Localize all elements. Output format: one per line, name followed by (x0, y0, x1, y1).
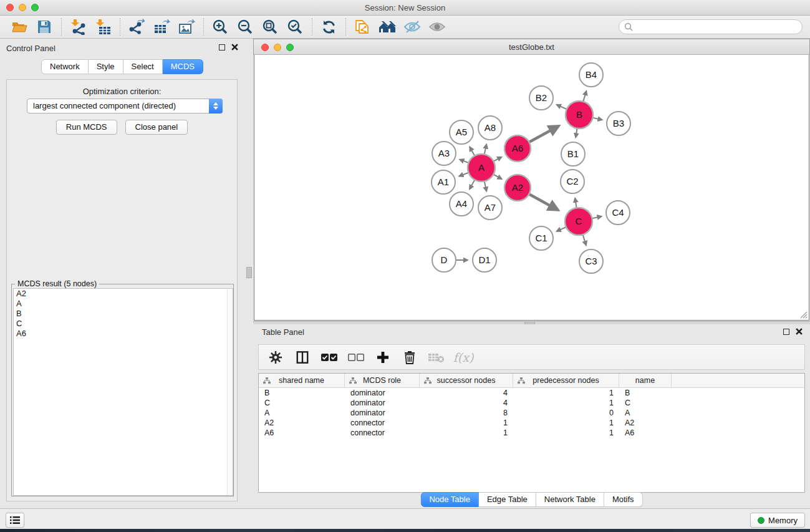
search-input[interactable] (619, 19, 803, 34)
result-item[interactable]: C (14, 319, 233, 329)
tab-style[interactable]: Style (89, 59, 123, 74)
node-A3[interactable]: A3 (432, 142, 456, 165)
hide-selected-icon[interactable] (402, 17, 423, 36)
node-B3[interactable]: B3 (607, 112, 630, 135)
import-table-icon[interactable] (92, 17, 113, 36)
node-A4[interactable]: A4 (450, 192, 473, 216)
task-history-button[interactable] (6, 513, 24, 528)
svg-text:A5: A5 (456, 127, 467, 137)
node-A1[interactable]: A1 (432, 170, 455, 194)
delete-column-icon[interactable] (402, 349, 418, 365)
show-columns-icon[interactable] (294, 349, 311, 365)
node-D1[interactable]: D1 (473, 248, 496, 272)
node-A7[interactable]: A7 (478, 196, 502, 220)
network-from-selection-icon[interactable] (352, 17, 373, 36)
node-C1[interactable]: C1 (529, 226, 553, 250)
create-column-icon[interactable] (375, 349, 391, 365)
close-panel-button[interactable]: Close panel (125, 120, 188, 135)
node-table: shared nameMCDS rolesuccessor nodesprede… (258, 373, 805, 493)
network-canvas[interactable]: B4B2BB3A5A8A6B1A3AC2A1A2A4A7C4CC1C3DD1 (254, 55, 809, 321)
node-A8[interactable]: A8 (478, 116, 502, 140)
table-row[interactable]: Adominator80A (259, 408, 804, 418)
resize-grip-icon[interactable] (799, 311, 808, 319)
node-C2[interactable]: C2 (561, 170, 584, 193)
tab-mcds[interactable]: MCDS (163, 59, 203, 74)
tab-network-table[interactable]: Network Table (536, 492, 604, 507)
export-table-icon[interactable] (151, 17, 172, 36)
table-cell: C (619, 398, 672, 408)
result-item[interactable]: A (14, 299, 233, 309)
node-C3[interactable]: C3 (579, 249, 603, 273)
toolbar-separator (120, 18, 120, 36)
vertical-splitter-handle[interactable] (246, 267, 252, 278)
svg-text:A: A (478, 162, 485, 173)
show-all-icon[interactable] (427, 17, 448, 36)
tab-network[interactable]: Network (41, 59, 89, 74)
zoom-out-icon[interactable] (234, 17, 256, 36)
svg-text:A2: A2 (512, 182, 523, 193)
result-item[interactable]: B (14, 309, 233, 319)
table-row[interactable]: Cdominator41C (259, 398, 804, 408)
node-A5[interactable]: A5 (450, 120, 473, 144)
tab-select[interactable]: Select (123, 59, 163, 74)
column-header-name[interactable]: name (619, 374, 672, 387)
tab-motifs[interactable]: Motifs (604, 492, 643, 507)
node-C[interactable]: C (565, 208, 592, 235)
node-A[interactable]: A (468, 154, 495, 181)
open-session-icon[interactable] (9, 17, 30, 36)
zoom-in-icon[interactable] (210, 17, 231, 36)
node-D[interactable]: D (432, 248, 456, 272)
criterion-dropdown[interactable]: largest connected component (directed) (27, 99, 223, 114)
close-panel-icon[interactable] (231, 44, 238, 51)
memory-button[interactable]: Memory (750, 513, 805, 528)
table-cell: A2 (259, 418, 345, 428)
function-builder-icon: f(x) (455, 349, 471, 365)
network-window-titlebar[interactable]: testGlobe.txt (253, 39, 810, 55)
first-neighbors-icon[interactable] (377, 17, 398, 36)
column-header-successor-nodes[interactable]: successor nodes (420, 374, 513, 387)
float-panel-icon[interactable] (219, 44, 225, 51)
node-B2[interactable]: B2 (529, 86, 553, 110)
column-header-predecessor-nodes[interactable]: predecessor nodes (513, 374, 619, 387)
deselect-all-columns-icon[interactable] (348, 349, 364, 365)
node-B4[interactable]: B4 (579, 63, 603, 87)
svg-text:B3: B3 (613, 118, 624, 128)
node-A6[interactable]: A6 (504, 135, 531, 162)
run-mcds-button[interactable]: Run MCDS (56, 120, 117, 135)
close-table-panel-icon[interactable] (796, 328, 803, 335)
result-item[interactable]: A2 (14, 289, 233, 299)
table-row[interactable]: A2connector11A2 (259, 418, 804, 428)
result-item[interactable]: A6 (14, 329, 233, 339)
table-row[interactable]: Bdominator41B (259, 388, 804, 398)
tab-edge-table[interactable]: Edge Table (479, 492, 536, 507)
zoom-selected-icon[interactable] (284, 17, 306, 36)
export-image-icon[interactable] (176, 17, 197, 36)
import-network-icon[interactable] (67, 17, 89, 36)
network-view-window: testGlobe.txt B4B2BB3A5A8A6B1A3AC2A1A2A4… (253, 39, 810, 321)
node-C4[interactable]: C4 (606, 201, 630, 225)
node-B1[interactable]: B1 (561, 142, 585, 166)
table-cell: A2 (619, 418, 672, 428)
result-scrollbar[interactable] (227, 289, 233, 495)
table-settings-gear-icon[interactable] (268, 349, 284, 365)
zoom-fit-icon[interactable] (259, 17, 281, 36)
float-table-panel-icon[interactable] (783, 329, 789, 335)
network-graph[interactable]: B4B2BB3A5A8A6B1A3AC2A1A2A4A7C4CC1C3DD1 (254, 55, 809, 319)
table-row[interactable]: A6connector11A6 (259, 428, 804, 438)
export-network-icon[interactable] (126, 17, 147, 36)
node-B[interactable]: B (566, 101, 593, 128)
tab-node-table[interactable]: Node Table (420, 492, 479, 507)
select-all-columns-icon[interactable] (321, 349, 337, 365)
svg-text:C4: C4 (612, 207, 624, 218)
column-header-mcds-role[interactable]: MCDS role (345, 374, 420, 387)
refresh-icon[interactable] (318, 17, 339, 36)
table-cell: 1 (513, 418, 619, 428)
save-session-icon[interactable] (34, 17, 55, 36)
column-header-shared-name[interactable]: shared name (259, 374, 345, 387)
mcds-result-list[interactable]: A2ABCA6 (13, 288, 233, 496)
dropdown-stepper-icon (209, 99, 223, 114)
svg-text:B2: B2 (536, 92, 547, 103)
table-cell: A6 (619, 428, 672, 438)
toolbar-separator (203, 18, 204, 36)
node-A2[interactable]: A2 (504, 175, 531, 201)
